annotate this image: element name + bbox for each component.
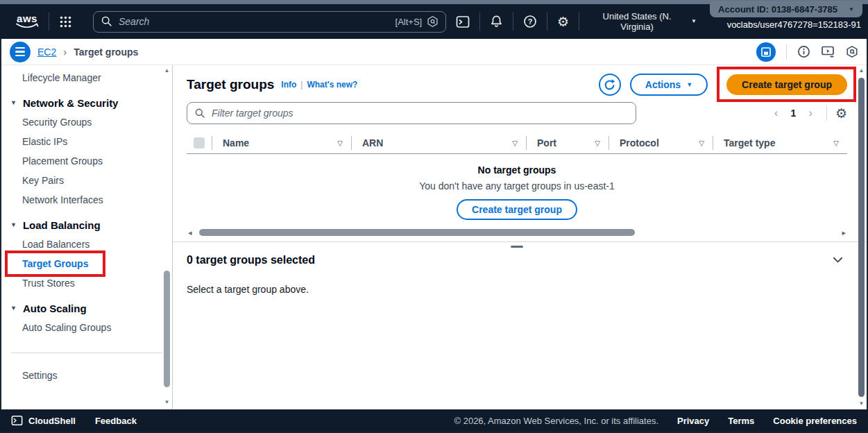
link-separator: | <box>300 80 303 90</box>
sidebar-navigation: Lifecycle Manager ▼ Network & Security S… <box>1 65 173 409</box>
table-settings-gear-icon[interactable]: ⚙ <box>835 107 847 120</box>
aws-logo[interactable]: aws <box>15 14 39 29</box>
region-label: United States (N. Virginia) <box>588 11 686 32</box>
split-panel-toggle-icon[interactable] <box>756 42 776 62</box>
filter-target-groups-input[interactable] <box>212 108 629 119</box>
sidebar-item-auto-scaling-groups[interactable]: Auto Scaling Groups <box>1 318 172 337</box>
feedback-button[interactable]: Feedback <box>95 416 137 426</box>
region-selector[interactable]: United States (N. Virginia) ▼ <box>579 11 705 32</box>
info-icon[interactable] <box>797 45 810 58</box>
section-label: Network & Security <box>23 97 119 109</box>
refresh-button[interactable] <box>599 74 621 96</box>
terms-link[interactable]: Terms <box>728 416 754 426</box>
section-label: Auto Scaling <box>23 303 87 314</box>
privacy-link[interactable]: Privacy <box>677 416 709 426</box>
sidebar-item-load-balancers[interactable]: Load Balancers <box>1 235 172 254</box>
horizontal-scrollbar[interactable]: ◂ ▸ <box>187 228 847 237</box>
vertical-scrollbar[interactable]: ▲ ▼ <box>858 68 865 407</box>
section-collapse-icon: ▼ <box>10 305 17 312</box>
hamburger-menu-icon[interactable] <box>10 42 31 62</box>
previous-page-icon[interactable]: ‹ <box>769 106 784 120</box>
column-header-port[interactable]: Port ▽ <box>527 137 609 148</box>
cloudshell-button[interactable]: CloudShell <box>11 415 76 426</box>
scroll-down-icon[interactable]: ▼ <box>163 400 171 405</box>
column-header-arn[interactable]: ARN ▽ <box>352 137 526 148</box>
help-icon[interactable]: ? <box>513 8 547 35</box>
filter-input-wrapper <box>187 102 636 124</box>
filter-triangle-icon[interactable]: ▽ <box>699 139 704 147</box>
breadcrumb-ec2-link[interactable]: EC2 <box>37 46 56 58</box>
feedback-icon[interactable] <box>821 45 835 58</box>
search-shortcut-hint: [Alt+S] <box>395 17 423 27</box>
sidebar-scrollbar[interactable]: ▲ ▼ <box>163 68 171 405</box>
scroll-up-icon[interactable]: ▲ <box>163 68 171 74</box>
main-content: Target groups Info | What's new? Actions <box>173 65 867 409</box>
footer-bar: CloudShell Feedback © 2026, Amazon Web S… <box>0 409 868 432</box>
sidebar-item-trust-stores[interactable]: Trust Stores <box>1 273 172 293</box>
cookie-preferences-link[interactable]: Cookie preferences <box>773 416 857 426</box>
sidebar-divider <box>11 353 162 353</box>
sidebar-scrollbar-thumb[interactable] <box>164 271 170 387</box>
cloudshell-label: CloudShell <box>28 416 76 426</box>
page-title: Target groups <box>187 77 274 92</box>
scroll-right-icon[interactable]: ▸ <box>840 229 847 237</box>
selection-panel-title: 0 target groups selected <box>187 254 315 266</box>
filter-triangle-icon[interactable]: ▽ <box>833 139 839 147</box>
filter-triangle-icon[interactable]: ▽ <box>512 139 518 147</box>
sidebar-item-target-groups[interactable]: Target Groups <box>1 254 172 273</box>
settings-gear-icon[interactable]: ⚙ <box>547 8 579 35</box>
sidebar-item-network-interfaces[interactable]: Network Interfaces <box>1 190 172 210</box>
table-header-row: Name ▽ ARN ▽ Port ▽ Protocol ▽ <box>187 133 847 154</box>
selection-panel-body: Select a target group above. <box>187 284 847 295</box>
page-number[interactable]: 1 <box>786 108 800 119</box>
column-header-name[interactable]: Name ▽ <box>212 137 351 148</box>
info-link[interactable]: Info <box>281 80 296 90</box>
search-icon <box>194 108 206 119</box>
aws-smile-icon <box>15 23 39 29</box>
scroll-down-icon[interactable]: ▼ <box>858 401 865 407</box>
empty-state: No target groups You don't have any targ… <box>187 164 847 220</box>
select-all-checkbox[interactable] <box>194 137 205 148</box>
sidebar-item-settings[interactable]: Settings <box>1 366 172 385</box>
sidebar-section-network-security[interactable]: ▼ Network & Security <box>1 93 172 112</box>
scroll-left-icon[interactable]: ◂ <box>187 229 194 237</box>
next-page-icon[interactable]: › <box>803 106 818 120</box>
cloudshell-icon <box>11 415 23 426</box>
search-input[interactable]: Search [Alt+S] <box>93 11 446 33</box>
create-target-group-button[interactable]: Create target group <box>726 74 847 95</box>
filter-triangle-icon[interactable]: ▽ <box>337 139 343 147</box>
refresh-icon <box>603 78 616 92</box>
collapse-panel-chevron-icon[interactable] <box>828 254 847 266</box>
split-panel-drag-handle[interactable] <box>511 246 523 248</box>
sidebar-item-placement-groups[interactable]: Placement Groups <box>1 151 172 171</box>
whats-new-link[interactable]: What's new? <box>307 80 357 90</box>
sidebar-section-auto-scaling[interactable]: ▼ Auto Scaling <box>1 298 172 318</box>
amazon-q-icon[interactable] <box>846 45 858 58</box>
empty-create-target-group-button[interactable]: Create target group <box>457 199 577 220</box>
aws-logo-text: aws <box>17 14 37 23</box>
amazon-q-icon <box>427 15 439 28</box>
filter-triangle-icon[interactable]: ▽ <box>595 139 600 147</box>
actions-button-label: Actions <box>645 79 681 90</box>
column-header-target-type[interactable]: Target type ▽ <box>713 137 847 148</box>
sidebar-item-key-pairs[interactable]: Key Pairs <box>1 171 172 190</box>
column-header-protocol[interactable]: Protocol ▽ <box>609 137 713 148</box>
apps-grid-icon[interactable] <box>49 8 82 35</box>
chevron-down-icon: ▼ <box>686 82 692 88</box>
search-placeholder: Search <box>119 16 390 27</box>
scroll-up-icon[interactable]: ▲ <box>858 68 865 74</box>
sidebar-item-elastic-ips[interactable]: Elastic IPs <box>1 132 172 151</box>
vertical-scrollbar-thumb[interactable] <box>858 78 865 397</box>
federated-user-label: voclabs/user4767278=152183-91 <box>727 19 862 30</box>
account-area: Account ID: 0138-6847-3785 ▼ voclabs/use… <box>710 1 862 30</box>
sidebar-section-load-balancing[interactable]: ▼ Load Balancing <box>1 215 172 235</box>
horizontal-scrollbar-thumb[interactable] <box>199 229 635 236</box>
pagination: ‹ 1 › ⚙ <box>769 105 847 121</box>
sidebar-item-security-groups[interactable]: Security Groups <box>1 112 172 132</box>
svg-text:?: ? <box>528 17 533 26</box>
notifications-bell-icon[interactable] <box>480 8 513 35</box>
account-menu[interactable]: Account ID: 0138-6847-3785 ▼ <box>710 1 862 17</box>
cloudshell-icon[interactable] <box>446 8 479 35</box>
actions-button[interactable]: Actions ▼ <box>630 74 708 96</box>
sidebar-item-lifecycle-manager[interactable]: Lifecycle Manager <box>1 68 172 87</box>
